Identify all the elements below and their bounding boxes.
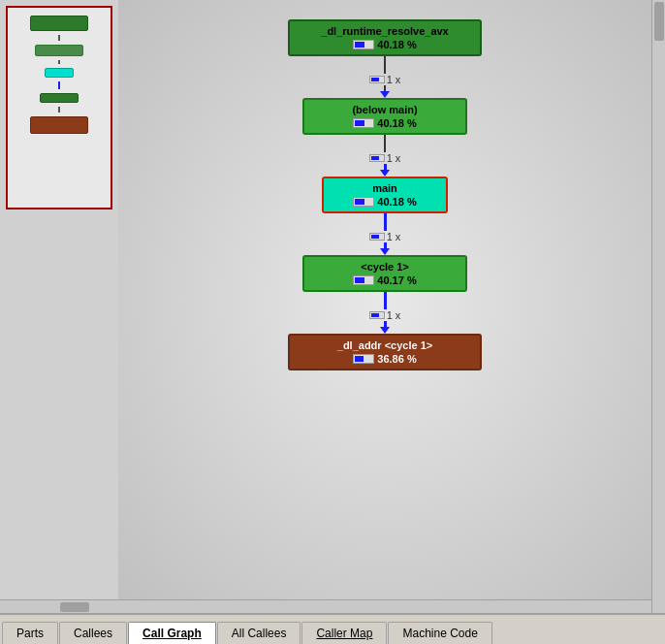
conn-line-2 bbox=[384, 135, 386, 152]
node-main-label: main bbox=[372, 182, 397, 194]
node-dl-runtime-label: _dl_runtime_resolve_avx bbox=[321, 25, 448, 37]
conn-label-4: 1 x bbox=[369, 309, 401, 321]
graph-inner: _dl_runtime_resolve_avx 40.18 % 1 x bbox=[239, 0, 530, 370]
tab-caller-map[interactable]: Caller Map bbox=[301, 622, 387, 644]
conn-bar-4 bbox=[369, 311, 385, 319]
percent-bar-2 bbox=[353, 118, 374, 128]
conn-label-1: 1 x bbox=[369, 74, 401, 85]
scrollbar-vertical[interactable] bbox=[651, 0, 665, 599]
percent-fill-3 bbox=[355, 199, 364, 205]
tab-callees[interactable]: Callees bbox=[59, 622, 127, 644]
node-cycle1[interactable]: <cycle 1> 40.17 % bbox=[302, 255, 467, 292]
percent-fill-4 bbox=[355, 277, 364, 283]
arrow-4 bbox=[380, 327, 390, 334]
graph-area[interactable]: _dl_runtime_resolve_avx 40.18 % 1 x bbox=[118, 0, 651, 599]
minimap-node-1 bbox=[30, 16, 88, 31]
percent-fill-2 bbox=[355, 120, 364, 126]
minimap-connector-1 bbox=[58, 81, 60, 89]
percent-bar-1 bbox=[353, 40, 374, 49]
minimap-node-2 bbox=[35, 45, 83, 56]
arrow-2 bbox=[380, 170, 390, 177]
node-dl-addr[interactable]: _dl_addr <cycle 1> 36.86 % bbox=[288, 334, 482, 370]
node-dl-addr-percent: 36.86 % bbox=[353, 353, 416, 365]
node-dl-addr-label: _dl_addr <cycle 1> bbox=[337, 339, 432, 351]
tab-machine-code[interactable]: Machine Code bbox=[388, 622, 491, 644]
minimap-line-3 bbox=[58, 107, 60, 113]
minimap-node-4 bbox=[40, 93, 79, 103]
conn-bar-1 bbox=[369, 76, 385, 83]
node-main[interactable]: main 40.18 % bbox=[322, 177, 448, 213]
connector-4: 1 x bbox=[369, 292, 401, 334]
conn-fill-4 bbox=[371, 313, 379, 317]
arrow-1 bbox=[380, 91, 390, 98]
main-area: _dl_runtime_resolve_avx 40.18 % 1 x bbox=[0, 0, 665, 599]
bottom-scroll-area bbox=[0, 599, 665, 613]
node-dl-runtime-percent: 40.18 % bbox=[353, 39, 416, 50]
blue-line-4a bbox=[384, 292, 387, 309]
conn-fill-2 bbox=[371, 156, 379, 160]
conn-label-2: 1 x bbox=[369, 152, 401, 164]
conn-line-1 bbox=[384, 56, 386, 74]
scrollbar-v-thumb[interactable] bbox=[654, 2, 664, 41]
node-main-percent: 40.18 % bbox=[353, 196, 416, 208]
node-cycle1-percent: 40.17 % bbox=[353, 274, 416, 286]
minimap-line-1 bbox=[58, 35, 60, 41]
conn-bar-3 bbox=[369, 233, 385, 241]
conn-label-3: 1 x bbox=[369, 231, 401, 242]
percent-bar-5 bbox=[353, 354, 374, 364]
node-dl-runtime[interactable]: _dl_runtime_resolve_avx 40.18 % bbox=[288, 19, 482, 56]
scrollbar-h-thumb[interactable] bbox=[60, 602, 89, 612]
minimap-line-2 bbox=[58, 60, 60, 64]
node-below-main-percent: 40.18 % bbox=[353, 117, 416, 129]
conn-fill-3 bbox=[371, 235, 379, 239]
scrollbar-horizontal[interactable] bbox=[0, 599, 651, 613]
tab-call-graph[interactable]: Call Graph bbox=[128, 622, 216, 644]
node-cycle1-label: <cycle 1> bbox=[361, 261, 409, 273]
minimap bbox=[6, 6, 112, 209]
minimap-node-3 bbox=[45, 68, 74, 78]
percent-bar-3 bbox=[353, 197, 374, 207]
percent-bar-4 bbox=[353, 275, 374, 285]
arrow-3 bbox=[380, 248, 390, 255]
connector-3: 1 x bbox=[369, 213, 401, 255]
percent-fill-5 bbox=[355, 356, 364, 362]
tab-all-callees[interactable]: All Callees bbox=[217, 622, 301, 644]
connector-2: 1 x bbox=[369, 135, 401, 177]
tab-bar: Parts Callees Call Graph All Callees Cal… bbox=[0, 613, 665, 644]
conn-fill-1 bbox=[371, 78, 379, 81]
node-below-main[interactable]: (below main) 40.18 % bbox=[302, 98, 467, 135]
conn-bar-2 bbox=[369, 154, 385, 162]
connector-1: 1 x bbox=[369, 56, 401, 98]
tab-parts[interactable]: Parts bbox=[2, 622, 58, 644]
scrollbar-corner bbox=[651, 599, 665, 613]
minimap-node-5 bbox=[30, 116, 88, 134]
node-below-main-label: (below main) bbox=[352, 104, 417, 115]
blue-line-3a bbox=[384, 213, 387, 231]
percent-fill-1 bbox=[355, 42, 364, 48]
